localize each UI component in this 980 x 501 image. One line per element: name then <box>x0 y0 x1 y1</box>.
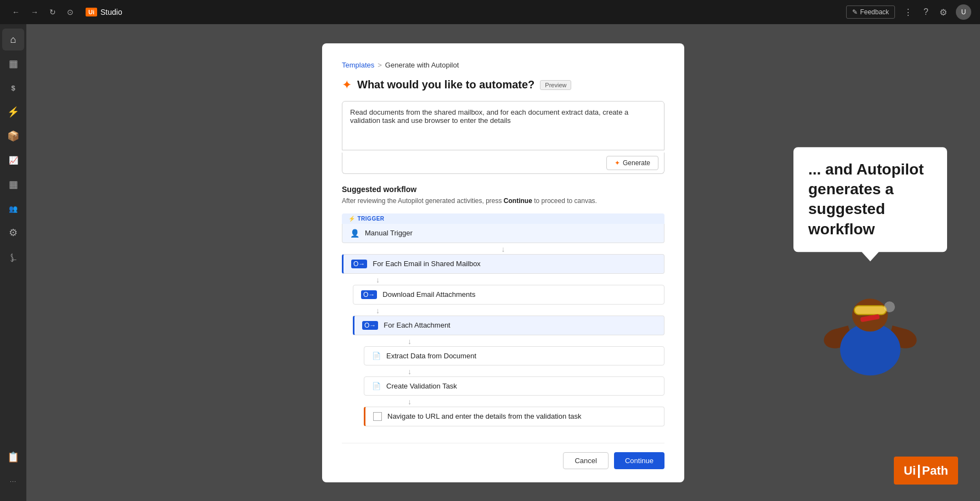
workflow-container: ⚡ TRIGGER 👤 Manual Trigger ↓ O→ For Each… <box>342 213 664 427</box>
main-area: ⌂ ▦ $ ⚡ 📦 📈 ▦ 👥 ⚙ ⍼ 📋 ··· Templates > Ge… <box>0 24 980 501</box>
arrow-5: ↓ <box>372 367 664 376</box>
chart-icon: 📈 <box>9 156 18 165</box>
sidebar-item-packages[interactable]: 📦 <box>2 125 24 147</box>
trigger-text: TRIGGER <box>358 216 385 222</box>
manual-trigger-icon: 👤 <box>350 229 359 238</box>
for-each-attachment-label: For Each Attachment <box>384 321 450 329</box>
sidebar-item-settings[interactable]: ⚙ <box>2 222 24 244</box>
data-icon: $ <box>11 84 15 92</box>
desc-post: to proceed to canvas. <box>532 197 597 205</box>
uipath-logo-part1: Ui <box>904 464 916 478</box>
generate-button[interactable]: ✦ Generate <box>606 156 658 170</box>
sidebar-item-users[interactable]: 👥 <box>2 198 24 219</box>
trigger-group: ⚡ TRIGGER 👤 Manual Trigger <box>342 213 664 244</box>
uipath-logo-area: Ui | Path <box>894 457 958 485</box>
history-icon: 📋 <box>7 451 19 463</box>
workflow-item-download-email[interactable]: O→ Download Email Attachments <box>353 285 664 305</box>
arrow-6: ↓ <box>372 397 664 406</box>
content-area: Templates > Generate with Autopilot ✦ Wh… <box>26 24 980 501</box>
sidebar-item-history[interactable]: 📋 <box>2 446 24 468</box>
home-nav-button[interactable]: ⊙ <box>64 5 77 19</box>
prompt-input[interactable] <box>342 101 664 150</box>
topbar-left: ← → ↻ ⊙ Ui Studio <box>9 5 122 19</box>
arrow-4: ↓ <box>372 337 664 346</box>
app-logo: Ui Studio <box>86 8 122 16</box>
extract-data-label: Extract Data from Document <box>386 352 476 360</box>
mascot <box>821 268 920 378</box>
sidebar-item-activities[interactable]: ▦ <box>2 53 24 75</box>
activities-icon: ▦ <box>9 58 18 70</box>
navigate-url-label: Navigate to URL and enter the details fr… <box>387 412 582 420</box>
for-each-email-label: For Each Email in Shared Mailbox <box>373 260 481 268</box>
notifications-button[interactable]: ⚙ <box>937 5 949 20</box>
callout-area: ... and Autopilot generates a suggested … <box>793 147 947 379</box>
download-email-label: Download Email Attachments <box>382 290 475 299</box>
user-avatar[interactable]: U <box>956 4 971 20</box>
create-validation-label: Create Validation Task <box>386 382 457 390</box>
generate-label: Generate <box>623 159 650 167</box>
suggested-workflow-title: Suggested workflow <box>342 185 664 194</box>
back-button[interactable]: ← <box>9 5 23 19</box>
trigger-label: ⚡ TRIGGER <box>342 213 664 224</box>
arrow-3: ↓ <box>358 306 664 315</box>
modal-footer: Cancel Continue <box>342 443 664 469</box>
workflow-item-create-validation[interactable]: 📄 Create Validation Task <box>364 376 664 396</box>
more-options-button[interactable]: ⋮ <box>902 5 915 20</box>
sidebar-item-deploy[interactable]: ⍼ <box>2 246 24 268</box>
autopilot-icon: ✦ <box>342 78 352 92</box>
automation-icon: ⚡ <box>7 106 19 118</box>
sidebar-item-data[interactable]: $ <box>2 77 24 99</box>
continue-button[interactable]: Continue <box>614 452 664 469</box>
create-validation-icon: 📄 <box>372 382 381 390</box>
uipath-logo-separator: | <box>917 462 921 479</box>
sidebar-item-apps[interactable]: ▦ <box>2 173 24 195</box>
help-button[interactable]: ? <box>921 5 931 19</box>
navigate-url-icon <box>373 412 382 421</box>
breadcrumb-parent[interactable]: Templates <box>342 61 374 69</box>
modal-title: What would you like to automate? <box>357 78 534 91</box>
sidebar-item-home[interactable]: ⌂ <box>2 29 24 50</box>
mascot-highlight <box>884 301 895 312</box>
more-icon: ··· <box>10 478 16 485</box>
arrow-1: ↓ <box>342 245 664 254</box>
uipath-logo: Ui | Path <box>894 457 958 485</box>
arrow-2: ↓ <box>358 275 664 284</box>
sidebar-item-chart[interactable]: 📈 <box>2 149 24 171</box>
topbar: ← → ↻ ⊙ Ui Studio ✎ Feedback ⋮ ? ⚙ U <box>0 0 980 24</box>
breadcrumb-separator: > <box>378 61 382 69</box>
generate-icon: ✦ <box>615 159 620 167</box>
deploy-icon: ⍼ <box>10 251 16 263</box>
feedback-button[interactable]: ✎ Feedback <box>846 5 895 19</box>
for-each-attachment-icon: O→ <box>362 321 378 330</box>
extract-data-icon: 📄 <box>372 352 381 360</box>
workflow-item-manual-trigger[interactable]: 👤 Manual Trigger <box>342 224 664 243</box>
manual-trigger-label: Manual Trigger <box>365 229 413 237</box>
settings-icon: ⚙ <box>9 227 18 239</box>
workflow-item-extract-data[interactable]: 📄 Extract Data from Document <box>364 346 664 365</box>
sidebar-item-more[interactable]: ··· <box>2 470 24 492</box>
callout-text: ... and Autopilot generates a suggested … <box>808 161 923 238</box>
refresh-button[interactable]: ↻ <box>46 5 59 19</box>
sidebar-item-automation[interactable]: ⚡ <box>2 101 24 123</box>
trigger-lightning-icon: ⚡ <box>348 216 356 222</box>
download-email-icon: O→ <box>361 290 377 299</box>
uipath-logo-part2: Path <box>922 464 948 478</box>
modal-title-row: ✦ What would you like to automate? Previ… <box>342 78 664 92</box>
modal-dialog: Templates > Generate with Autopilot ✦ Wh… <box>322 43 684 482</box>
cancel-button[interactable]: Cancel <box>563 452 608 469</box>
packages-icon: 📦 <box>7 130 19 142</box>
workflow-item-for-each-email[interactable]: O→ For Each Email in Shared Mailbox <box>342 254 664 274</box>
feedback-label: Feedback <box>860 8 889 16</box>
desc-bold: Continue <box>504 197 532 205</box>
workflow-item-navigate-url[interactable]: Navigate to URL and enter the details fr… <box>364 407 664 426</box>
logo-brand: Ui <box>86 8 97 16</box>
sidebar: ⌂ ▦ $ ⚡ 📦 📈 ▦ 👥 ⚙ ⍼ 📋 ··· <box>0 24 26 501</box>
apps-icon: ▦ <box>9 178 18 190</box>
callout-box: ... and Autopilot generates a suggested … <box>793 147 947 252</box>
workflow-item-for-each-attachment[interactable]: O→ For Each Attachment <box>353 316 664 335</box>
home-icon: ⌂ <box>10 34 16 46</box>
suggested-workflow-desc: After reviewing the Autopilot generated … <box>342 196 664 206</box>
breadcrumb-current: Generate with Autopilot <box>385 61 459 69</box>
forward-button[interactable]: → <box>27 5 42 19</box>
mascot-goggles <box>854 305 887 315</box>
